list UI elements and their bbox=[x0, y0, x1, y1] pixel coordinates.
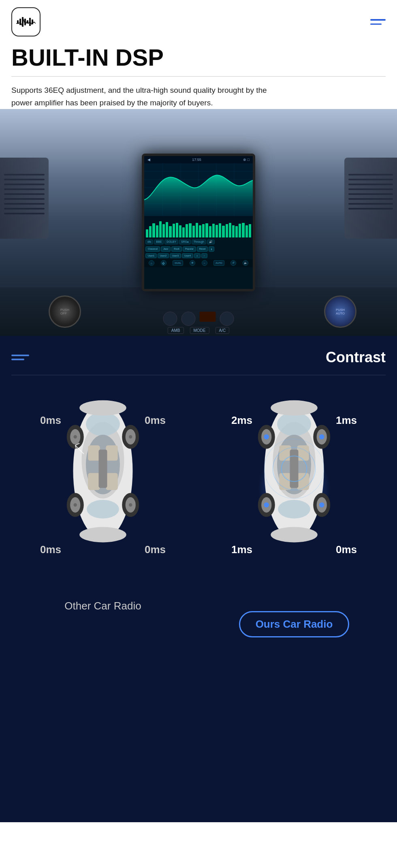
snowflake-btn[interactable]: ❄ bbox=[190, 260, 195, 266]
menu-button[interactable] bbox=[370, 19, 386, 25]
add-btn[interactable]: + bbox=[194, 253, 201, 258]
cars-comparison: 0ms 0ms 0ms 0ms bbox=[11, 390, 386, 637]
page-title: BUILT-IN DSP bbox=[11, 45, 386, 71]
right-vent bbox=[344, 158, 397, 239]
screen-time: 17:55 bbox=[192, 158, 201, 162]
hamburger-line-2 bbox=[370, 24, 382, 25]
eq-bar bbox=[199, 225, 201, 238]
ours-timing-top-right: 1ms bbox=[336, 414, 357, 427]
ctrl-btn-2[interactable] bbox=[181, 312, 196, 326]
right-knob[interactable]: PUSHAUTO bbox=[324, 295, 356, 328]
other-car-svg bbox=[60, 390, 145, 552]
svg-rect-0 bbox=[17, 20, 19, 24]
dts-btn[interactable]: dts bbox=[145, 239, 153, 244]
eq-bar bbox=[192, 226, 195, 238]
left-knob[interactable]: PUSHOFF bbox=[49, 295, 81, 328]
section-indicator bbox=[11, 355, 29, 360]
ctrl-btn-3[interactable] bbox=[220, 312, 234, 326]
svg-point-48 bbox=[271, 400, 318, 416]
eq-bar bbox=[159, 221, 162, 238]
ours-car-label-wrapper: Ours Car Radio bbox=[239, 600, 350, 637]
svg-rect-61 bbox=[279, 473, 291, 490]
svg-rect-62 bbox=[297, 473, 309, 490]
amb-btn[interactable]: AMB bbox=[168, 327, 184, 334]
title-divider bbox=[11, 76, 386, 77]
eq-bar bbox=[239, 224, 241, 238]
left-vent bbox=[0, 158, 49, 239]
user2-btn[interactable]: User2 bbox=[158, 253, 169, 258]
eq-curve-svg bbox=[144, 163, 253, 216]
user3-btn[interactable]: User3 bbox=[170, 253, 181, 258]
eq-bar bbox=[149, 226, 152, 237]
vol-icon-btn[interactable]: 🔈 bbox=[243, 260, 248, 266]
svg-point-39 bbox=[74, 503, 77, 507]
other-timing-top-right: 0ms bbox=[145, 414, 166, 427]
eq-bar bbox=[242, 223, 244, 238]
contrast-header: Contrast bbox=[11, 349, 386, 366]
user1-btn[interactable]: User1 bbox=[145, 253, 157, 258]
popular-btn[interactable]: Popular bbox=[183, 246, 196, 252]
header bbox=[0, 0, 397, 41]
home-btn[interactable]: ⌂ bbox=[149, 260, 154, 266]
svg-point-70 bbox=[319, 502, 324, 508]
ours-car-svg bbox=[252, 390, 337, 552]
reset-btn[interactable]: Reset bbox=[197, 246, 208, 252]
screen-inner: ◀ 17:55 ⊕ □ bbox=[144, 156, 253, 289]
dashboard-controls: PUSHOFF PUSHAUTO AMB MODE A/C bbox=[0, 287, 397, 336]
svg-point-19 bbox=[86, 413, 120, 436]
ours-car-label: Ours Car Radio bbox=[239, 611, 350, 637]
eq-bar bbox=[186, 224, 188, 237]
svg-rect-59 bbox=[279, 445, 291, 461]
svg-point-37 bbox=[74, 435, 77, 438]
jazz-btn[interactable]: Jazz bbox=[161, 246, 171, 252]
volume-btn[interactable]: 🔊 bbox=[207, 239, 215, 244]
dolby-btn[interactable]: DOLBY bbox=[164, 239, 178, 244]
fan-btn[interactable]: ~ bbox=[202, 260, 207, 266]
classical-btn[interactable]: Classical bbox=[145, 246, 160, 252]
eq-bar bbox=[209, 226, 211, 237]
svg-point-21 bbox=[79, 400, 126, 416]
mode-buttons: AMB MODE A/C bbox=[168, 327, 229, 336]
eq-bar bbox=[229, 223, 231, 238]
eq-bar bbox=[205, 223, 208, 238]
eq-bar bbox=[245, 225, 248, 238]
other-timing-bottom-right: 0ms bbox=[145, 543, 166, 556]
svg-rect-35 bbox=[106, 473, 117, 490]
ours-car-side: 2ms 1ms 1ms 0ms bbox=[203, 390, 386, 637]
user4-btn[interactable]: User4 bbox=[182, 253, 193, 258]
minus-btn[interactable]: − bbox=[201, 253, 208, 258]
contrast-section: Contrast 0ms 0ms 0ms 0ms bbox=[0, 336, 397, 822]
logo bbox=[11, 7, 41, 36]
ours-car-container: 2ms 1ms 1ms 0ms bbox=[231, 390, 357, 588]
eq-bar bbox=[166, 222, 168, 237]
eq-presets-row: Classical Jazz Rock Popular Reset ℹ bbox=[144, 246, 253, 252]
loop-btn[interactable]: ↺ bbox=[231, 260, 236, 266]
bbe-btn[interactable]: BBE bbox=[154, 239, 164, 244]
power-btn[interactable]: ⏻ bbox=[161, 260, 166, 266]
ac-btn[interactable]: A/C bbox=[216, 327, 230, 334]
srs-btn[interactable]: SRS● bbox=[179, 239, 191, 244]
eq-bar bbox=[146, 229, 148, 237]
svg-point-68 bbox=[319, 434, 324, 440]
eq-curve-area bbox=[144, 163, 253, 216]
eq-bar bbox=[235, 226, 238, 237]
ours-timing-bottom-right: 0ms bbox=[336, 543, 357, 556]
svg-rect-60 bbox=[297, 445, 309, 461]
hero-description: Supports 36EQ adjustment, and the ultra-… bbox=[11, 84, 287, 109]
rock-btn[interactable]: Rock bbox=[171, 246, 182, 252]
contrast-divider bbox=[11, 375, 386, 375]
dual-btn[interactable]: DUAL bbox=[173, 260, 183, 266]
eq-bar bbox=[249, 224, 251, 237]
through-btn[interactable]: Through bbox=[192, 239, 206, 244]
back-arrow: ◀ bbox=[147, 158, 150, 162]
svg-point-49 bbox=[271, 527, 318, 543]
auto-btn[interactable]: AUTO bbox=[213, 260, 224, 266]
user-presets-row: User1 User2 User3 User4 + − bbox=[144, 252, 253, 259]
ctrl-btn-1[interactable] bbox=[163, 312, 177, 326]
hero-section: BUILT-IN DSP Supports 36EQ adjustment, a… bbox=[0, 41, 397, 109]
eq-bar bbox=[222, 226, 224, 238]
svg-point-38 bbox=[129, 435, 132, 438]
mode-btn[interactable]: MODE bbox=[190, 327, 209, 334]
info-btn[interactable]: ℹ bbox=[209, 246, 214, 252]
svg-rect-32 bbox=[88, 445, 100, 461]
